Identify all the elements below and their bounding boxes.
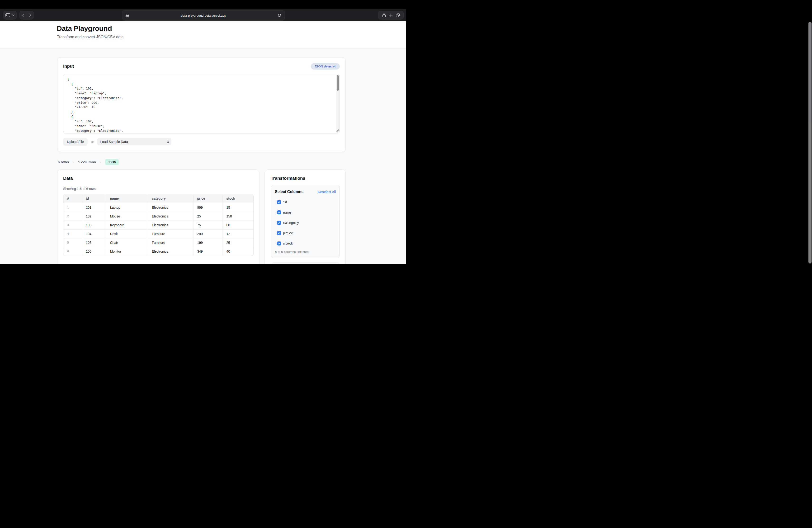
column-count: 5 columns (78, 160, 96, 164)
column-checkbox-label: category (283, 221, 299, 224)
table-cell: Keyboard (106, 221, 148, 229)
dataset-stats-row: 6 rows · 5 columns · JSON (58, 158, 119, 165)
checkbox-checked-icon[interactable] (277, 231, 281, 235)
column-checkbox-label: id (283, 200, 287, 204)
json-input-text: [ { "id": 101, "name": "Laptop", "catego… (68, 77, 123, 133)
column-checkbox-label: name (283, 210, 291, 215)
row-index-cell: 4 (63, 229, 82, 238)
checkbox-checked-icon[interactable] (277, 210, 281, 215)
showing-rows-text: Showing 1-6 of 6 rows (63, 187, 96, 191)
column-checkbox-label: price (283, 231, 293, 235)
table-cell: Electronics (148, 247, 193, 256)
table-header-row: #idnamecategorypricestock (63, 194, 253, 203)
checkbox-checked-icon[interactable] (277, 200, 281, 204)
checkbox-checked-icon[interactable] (277, 221, 281, 225)
page-title: Data Playground (57, 25, 112, 32)
table-cell: Electronics (148, 221, 193, 229)
tab-overview-icon[interactable] (396, 13, 400, 17)
table-cell: 25 (222, 238, 253, 247)
page-format-icon[interactable] (126, 14, 129, 18)
textarea-scrollbar-thumb[interactable] (337, 75, 339, 91)
table-cell: 15 (222, 203, 253, 212)
share-icon[interactable] (382, 13, 386, 18)
table-row: 2102MouseElectronics25150 (63, 212, 253, 221)
column-checkbox-row[interactable]: id (277, 199, 336, 205)
url-text: data-playground-beta.vercel.app (129, 14, 278, 17)
textarea-resize-handle[interactable] (336, 129, 339, 133)
back-button[interactable] (20, 11, 27, 19)
column-header: stock (222, 194, 253, 203)
table-cell: Chair (106, 238, 148, 247)
table-cell: Electronics (148, 203, 193, 212)
reload-icon[interactable] (278, 14, 281, 17)
row-index-cell: 1 (63, 203, 82, 212)
column-checkbox-row[interactable]: stock (277, 240, 336, 247)
input-card: Input JSON detected [ { "id": 101, "name… (57, 57, 346, 152)
table-row: 6106MonitorElectronics34940 (63, 247, 253, 256)
columns-selected-text: 5 of 5 columns selected (275, 250, 336, 253)
chevron-down-icon (12, 14, 14, 16)
table-cell: 106 (82, 247, 106, 256)
sidebar-toggle-button[interactable] (3, 11, 17, 19)
column-checkbox-row[interactable]: name (277, 209, 336, 216)
table-cell: Furniture (148, 238, 193, 247)
table-cell: 349 (193, 247, 222, 256)
next-transformation-panel (271, 263, 340, 264)
page-subtitle: Transform and convert JSON/CSV data (57, 35, 124, 39)
table-cell: 25 (193, 212, 222, 221)
row-index-cell: 2 (63, 212, 82, 221)
table-cell: 105 (82, 238, 106, 247)
stats-separator: · (100, 160, 101, 164)
checkbox-checked-icon[interactable] (277, 241, 281, 246)
row-count: 6 rows (58, 160, 69, 164)
table-cell: 75 (193, 221, 222, 229)
column-header: # (63, 194, 82, 203)
row-index-cell: 6 (63, 247, 82, 256)
select-updown-icon (167, 140, 169, 144)
table-cell: 150 (222, 212, 253, 221)
upload-file-button[interactable]: Upload File (63, 138, 88, 146)
table-cell: Monitor (106, 247, 148, 256)
column-header: id (82, 194, 106, 203)
table-cell: Laptop (106, 203, 148, 212)
browser-toolbar: data-playground-beta.vercel.app (0, 9, 406, 21)
table-row: 3103KeyboardElectronics7580 (63, 221, 253, 229)
transformations-title: Transformations (271, 176, 305, 181)
table-cell: Mouse (106, 212, 148, 221)
select-columns-panel: Select Columns Deselect All idnamecatego… (271, 185, 340, 258)
deselect-all-link[interactable]: Deselect All (318, 190, 336, 194)
new-tab-icon[interactable] (389, 13, 393, 17)
row-index-cell: 5 (63, 238, 82, 247)
json-detected-badge: JSON detected (311, 63, 340, 70)
sidebar-icon (5, 13, 10, 17)
table-cell: 199 (193, 238, 222, 247)
nav-button-group (19, 11, 34, 19)
table-cell: 80 (222, 221, 253, 229)
toolbar-right-group (378, 11, 404, 19)
column-checkbox-list: idnamecategorypricestock (277, 199, 336, 247)
column-checkbox-row[interactable]: category (277, 219, 336, 226)
load-sample-data-select[interactable]: Load Sample Data (97, 138, 171, 145)
table-cell: 299 (193, 229, 222, 238)
format-badge: JSON (105, 159, 119, 165)
table-cell: Electronics (148, 212, 193, 221)
table-cell: Furniture (148, 229, 193, 238)
table-cell: 12 (222, 229, 253, 238)
table-cell: 999 (193, 203, 222, 212)
stats-separator: · (73, 160, 74, 164)
transformations-card: Transformations Select Columns Deselect … (265, 170, 346, 264)
table-row: 5105ChairFurniture19925 (63, 238, 253, 247)
table-cell: 101 (82, 203, 106, 212)
or-label: or (91, 140, 94, 144)
column-header: category (148, 194, 193, 203)
data-card: Data Showing 1-6 of 6 rows #idnamecatego… (57, 170, 259, 264)
forward-button[interactable] (27, 11, 34, 19)
column-header: name (106, 194, 148, 203)
select-value: Load Sample Data (100, 140, 128, 144)
address-bar[interactable]: data-playground-beta.vercel.app (122, 10, 285, 21)
table-cell: 102 (82, 212, 106, 221)
table-cell: 103 (82, 221, 106, 229)
table-cell: 104 (82, 229, 106, 238)
column-checkbox-row[interactable]: price (277, 230, 336, 236)
json-input-textarea[interactable]: [ { "id": 101, "name": "Laptop", "catego… (63, 74, 340, 133)
